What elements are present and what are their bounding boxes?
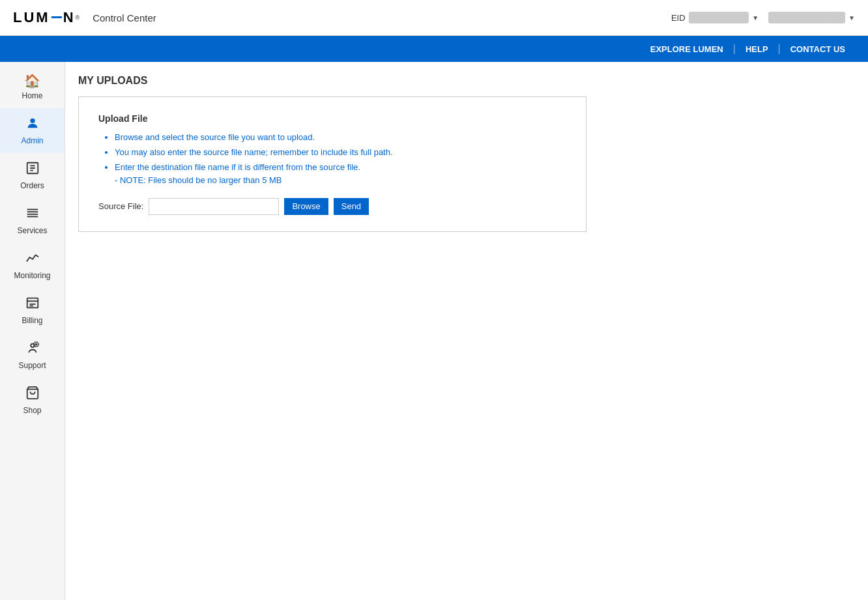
user-dropdown-arrow[interactable]: ▼: [848, 14, 855, 21]
sidebar-label-services: Services: [17, 226, 47, 235]
main-layout: 🏠 Home Admin Orders: [0, 62, 868, 600]
sidebar-item-services[interactable]: Services: [0, 198, 65, 243]
shop-icon: [25, 386, 40, 403]
browse-button[interactable]: Browse: [284, 198, 328, 215]
sidebar-item-home[interactable]: 🏠 Home: [0, 65, 65, 108]
contact-us-link[interactable]: CONTACT US: [781, 44, 855, 54]
page-title: MY UPLOADS: [78, 75, 855, 87]
logo-text: LUM: [13, 9, 50, 26]
source-file-label: Source File:: [98, 201, 143, 211]
eid-section: EID █████████ ▼: [671, 12, 759, 23]
source-file-input[interactable]: [149, 198, 279, 215]
eid-label: EID: [671, 13, 686, 23]
sidebar: 🏠 Home Admin Orders: [0, 62, 65, 600]
content-area: MY UPLOADS Upload File Browse and select…: [65, 62, 868, 600]
explore-lumen-link[interactable]: EXPLORE LUMEN: [641, 44, 733, 54]
instruction-item-2: You may also enter the source file name;…: [115, 147, 566, 158]
logo-dash: [51, 16, 62, 18]
orders-icon: [25, 161, 40, 179]
sidebar-label-monitoring: Monitoring: [14, 271, 50, 280]
admin-icon: [25, 116, 40, 134]
send-button[interactable]: Send: [334, 198, 369, 215]
top-header: LUMN® Control Center EID █████████ ▼ ███…: [0, 0, 868, 36]
lumen-logo: LUMN®: [13, 9, 80, 26]
eid-dropdown-arrow[interactable]: ▼: [752, 14, 759, 21]
logo-trademark: ®: [76, 14, 80, 21]
header-right: EID █████████ ▼ ████████████ ▼: [671, 12, 855, 23]
sidebar-item-billing[interactable]: Billing: [0, 288, 65, 333]
billing-icon: [25, 296, 40, 313]
source-file-row: Source File: Browse Send: [98, 198, 566, 215]
logo-text-2: N: [63, 9, 76, 26]
sidebar-item-orders[interactable]: Orders: [0, 153, 65, 198]
instruction-item-3: Enter the destination file name if it is…: [115, 162, 566, 173]
support-icon: [25, 341, 40, 358]
home-icon: 🏠: [24, 73, 40, 89]
sidebar-label-support: Support: [18, 361, 46, 370]
user-section: ████████████ ▼: [768, 12, 855, 23]
sidebar-item-support[interactable]: Support: [0, 333, 65, 378]
sidebar-label-shop: Shop: [23, 406, 41, 415]
upload-box-title: Upload File: [98, 113, 566, 124]
app-title: Control Center: [93, 12, 156, 23]
blue-nav-bar: EXPLORE LUMEN | HELP | CONTACT US: [0, 36, 868, 62]
sidebar-item-admin[interactable]: Admin: [0, 108, 65, 153]
monitoring-icon: [25, 251, 40, 268]
eid-value: █████████: [689, 12, 749, 23]
user-value: ████████████: [768, 12, 845, 23]
upload-box: Upload File Browse and select the source…: [78, 96, 586, 232]
sidebar-item-shop[interactable]: Shop: [0, 378, 65, 423]
sidebar-item-monitoring[interactable]: Monitoring: [0, 243, 65, 288]
services-icon: [25, 206, 40, 223]
sidebar-label-billing: Billing: [22, 316, 42, 325]
upload-instructions: Browse and select the source file you wa…: [98, 132, 566, 185]
sidebar-label-home: Home: [22, 91, 42, 100]
instruction-item-1: Browse and select the source file you wa…: [115, 132, 566, 143]
instructions-list: Browse and select the source file you wa…: [102, 132, 566, 174]
svg-point-0: [30, 119, 35, 123]
sidebar-label-admin: Admin: [21, 136, 43, 145]
sidebar-label-orders: Orders: [20, 181, 44, 190]
help-link[interactable]: HELP: [736, 44, 778, 54]
upload-note: - NOTE: Files should be no larger than 5…: [102, 175, 566, 185]
